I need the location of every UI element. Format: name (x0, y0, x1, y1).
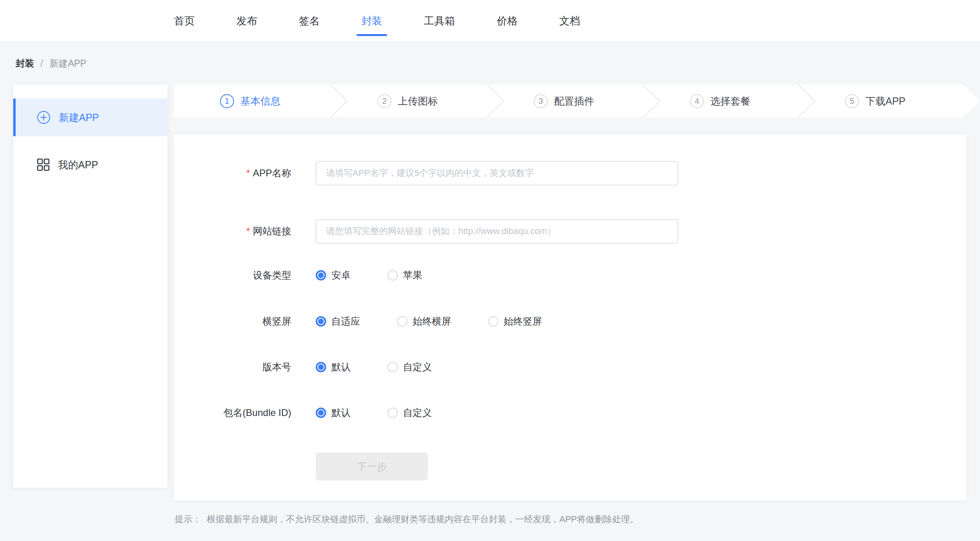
step-label: 基本信息 (240, 95, 280, 108)
step-separator-chevron-icon (330, 85, 348, 117)
step-label: 配置插件 (554, 95, 594, 108)
radio-orientation-landscape[interactable]: 始终横屏 (397, 315, 451, 328)
step-number-badge: 5 (845, 94, 859, 108)
radio-label: 始终竖屏 (504, 315, 542, 328)
step-number-badge: 1 (220, 94, 234, 108)
top-nav: 首页 发布 签名 封装 工具箱 价格 文档 (0, 0, 980, 42)
step-configure-plugins: 3 配置插件 (534, 85, 594, 117)
radio-version-default[interactable]: 默认 (316, 361, 351, 373)
orientation-label: 横竖屏 (174, 315, 291, 328)
breadcrumb-separator: / (40, 58, 43, 69)
radio-unselected-icon (387, 362, 398, 372)
radio-unselected-icon (488, 316, 498, 327)
bundle-id-label: 包名(Bundle ID) (174, 406, 291, 419)
radio-orientation-auto[interactable]: 自适应 (316, 315, 360, 328)
radio-ios[interactable]: 苹果 (387, 269, 422, 282)
bundle-id-row: 包名(Bundle ID) 默认 自定义 (174, 400, 966, 425)
next-step-button[interactable]: 下一步 (316, 452, 428, 480)
radio-selected-icon (316, 362, 326, 372)
version-label: 版本号 (174, 361, 291, 373)
radio-label: 自定义 (403, 406, 432, 419)
radio-selected-icon (316, 316, 326, 327)
sidebar-item-label: 我的APP (58, 158, 98, 172)
nav-tab-docs[interactable]: 文档 (559, 12, 580, 30)
step-separator-chevron-icon (797, 85, 816, 117)
radio-android[interactable]: 安卓 (316, 269, 351, 282)
tip-text: 根据最新平台规则，不允许区块链虚拟币、金融理财类等违规内容在平台封装，一经发现，… (207, 513, 639, 525)
grid-icon (36, 158, 50, 172)
step-label: 选择套餐 (710, 95, 750, 108)
nav-tab-package[interactable]: 封装 (361, 12, 382, 30)
site-url-input[interactable] (316, 219, 678, 244)
app-name-label: *APP名称 (174, 167, 291, 180)
radio-unselected-icon (387, 408, 398, 418)
nav-tab-toolbox[interactable]: 工具箱 (424, 12, 455, 30)
radio-bundle-default[interactable]: 默认 (316, 406, 351, 419)
device-type-row: 设备类型 安卓 苹果 (174, 263, 966, 288)
sidebar: 新建APP 我的APP (13, 85, 167, 488)
step-choose-plan: 4 选择套餐 (690, 85, 750, 117)
step-wizard: 1 基本信息 2 上传图标 3 配置插件 4 选择套餐 5 下载APP (174, 85, 980, 117)
new-app-form-card: *APP名称 *网站链接 设备类型 安卓 (174, 134, 966, 500)
active-tab-underline (357, 34, 387, 36)
radio-unselected-icon (387, 270, 398, 281)
site-url-row: *网站链接 (174, 219, 966, 244)
device-type-label: 设备类型 (174, 269, 291, 282)
site-url-label: *网站链接 (174, 225, 291, 238)
radio-label: 苹果 (403, 269, 422, 282)
tip-prefix: 提示： (175, 513, 201, 525)
nav-tab-publish[interactable]: 发布 (236, 12, 257, 30)
step-label: 上传图标 (398, 95, 438, 108)
step-number-badge: 3 (534, 94, 548, 108)
radio-unselected-icon (397, 316, 407, 327)
step-number-badge: 2 (377, 94, 391, 108)
step-upload-icon: 2 上传图标 (377, 85, 438, 117)
nav-tab-package-label: 封装 (361, 15, 382, 27)
step-separator-chevron-icon (642, 85, 661, 117)
plus-circle-icon (36, 110, 51, 125)
version-row: 版本号 默认 自定义 (174, 355, 966, 380)
step-separator-chevron-icon (486, 85, 504, 117)
app-name-row: *APP名称 (174, 161, 966, 186)
breadcrumb-current: 新建APP (49, 57, 86, 70)
nav-tab-home[interactable]: 首页 (174, 12, 195, 30)
radio-label: 默认 (331, 361, 351, 373)
radio-label: 默认 (331, 406, 351, 419)
radio-label: 安卓 (331, 269, 351, 282)
nav-tab-pricing[interactable]: 价格 (497, 12, 518, 30)
radio-selected-icon (316, 270, 326, 281)
breadcrumb: 封装 / 新建APP (16, 57, 86, 70)
app-name-input[interactable] (316, 161, 678, 186)
step-download-app: 5 下载APP (845, 85, 905, 117)
sidebar-item-new-app[interactable]: 新建APP (13, 99, 167, 136)
radio-label: 自适应 (331, 315, 360, 328)
orientation-row: 横竖屏 自适应 始终横屏 始终竖屏 (174, 309, 966, 334)
platform-rule-tip: 提示： 根据最新平台规则，不允许区块链虚拟币、金融理财类等违规内容在平台封装，一… (175, 513, 639, 525)
radio-version-custom[interactable]: 自定义 (387, 361, 432, 373)
sidebar-item-label: 新建APP (59, 111, 99, 124)
breadcrumb-root[interactable]: 封装 (16, 57, 34, 70)
radio-label: 自定义 (403, 361, 432, 373)
app-packaging-page: 首页 发布 签名 封装 工具箱 价格 文档 封装 / 新建APP 新建APP (0, 0, 980, 541)
radio-selected-icon (316, 408, 326, 418)
radio-bundle-custom[interactable]: 自定义 (387, 406, 432, 419)
radio-orientation-portrait[interactable]: 始终竖屏 (488, 315, 542, 328)
sidebar-item-my-apps[interactable]: 我的APP (13, 146, 167, 184)
step-basic-info: 1 基本信息 (220, 85, 280, 117)
nav-tab-sign[interactable]: 签名 (299, 12, 320, 30)
required-asterisk: * (246, 168, 250, 178)
step-number-badge: 4 (690, 94, 704, 108)
required-asterisk: * (246, 226, 250, 236)
step-label: 下载APP (865, 95, 905, 108)
radio-label: 始终横屏 (413, 315, 451, 328)
